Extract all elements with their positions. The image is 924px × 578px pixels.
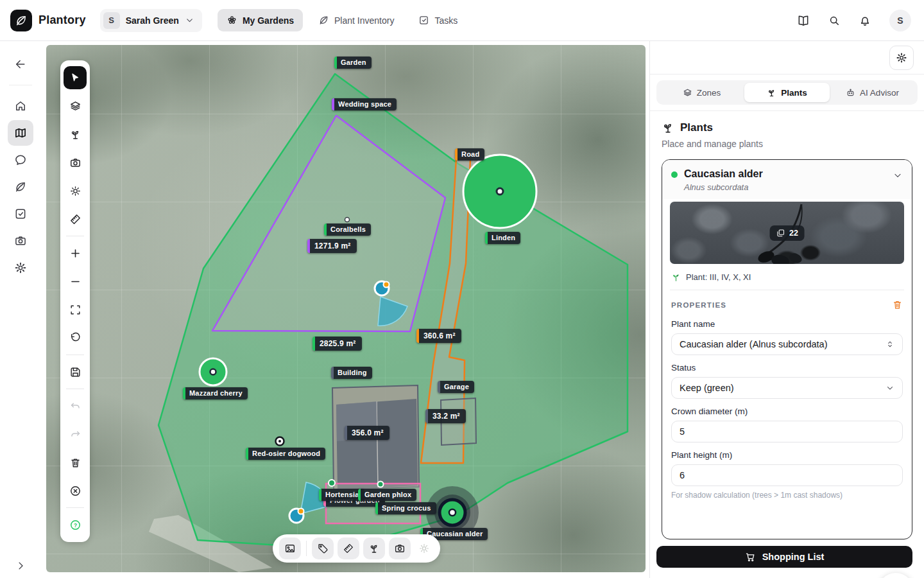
save-icon [69, 366, 81, 378]
map-label-area-garden[interactable]: 2825.9 m² [312, 337, 362, 351]
camera-direction-dot [298, 509, 304, 514]
sprout-icon [368, 543, 380, 554]
plant-photo[interactable]: 22 [670, 202, 904, 264]
back-button[interactable] [8, 51, 33, 77]
panel-tabs-wrap: Zones Plants AI Advisor [650, 74, 924, 111]
status-select[interactable]: Keep (green) [671, 377, 903, 399]
map-label-area-garage[interactable]: 33.2 m² [425, 409, 466, 423]
ruler-icon [69, 213, 81, 225]
sidebar-item-tasks[interactable] [8, 201, 33, 227]
sidebar-item-map[interactable] [8, 120, 33, 146]
map-label-area-building[interactable]: 356.0 m² [345, 426, 389, 440]
map-label-mazzard-cherry[interactable]: Mazzard cherry [183, 387, 248, 399]
save-button[interactable] [64, 360, 87, 383]
zoom-in-button[interactable] [64, 241, 87, 265]
map-label-area-wedding[interactable]: 1271.9 m² [307, 239, 357, 253]
plant-tool-button[interactable] [64, 123, 87, 146]
map-label-linden[interactable]: Linden [485, 232, 520, 244]
leaf-icon [15, 14, 28, 27]
collapse-card-button[interactable] [893, 168, 903, 180]
fullscreen-button[interactable] [64, 298, 87, 321]
plant-hortensia[interactable] [329, 480, 335, 486]
shopping-list-button[interactable]: Shopping List [656, 546, 912, 568]
sidebar-item-settings[interactable] [8, 255, 33, 281]
help-button[interactable]: ? [64, 513, 87, 536]
account-avatar[interactable]: S [889, 10, 911, 31]
plus-icon [69, 247, 81, 259]
map-label-garden[interactable]: Garden [334, 57, 372, 69]
map-label-spring-crocus[interactable]: Spring crocus [375, 502, 436, 514]
tab-label: Plants [781, 88, 807, 98]
user-switcher[interactable]: S Sarah Green [100, 9, 202, 32]
map-label-road[interactable]: Road [455, 148, 484, 161]
map-label-hortensia[interactable]: Hortensia [319, 489, 364, 501]
chevron-down-icon [886, 383, 894, 392]
photo-count-badge[interactable]: 22 [769, 225, 805, 241]
main-nav: My Gardens Plant Inventory Tasks [218, 9, 466, 31]
plant-garden-phlox[interactable] [378, 482, 384, 487]
sprout-icon [662, 121, 674, 134]
map-label-building[interactable]: Building [331, 367, 372, 379]
delete-plant-button[interactable] [892, 299, 903, 310]
nav-tasks[interactable]: Tasks [409, 9, 466, 31]
plant-name-select[interactable]: Caucasian alder (Alnus subcordata) [671, 333, 903, 355]
reset-rotation-button[interactable] [64, 326, 87, 349]
sun-tool-button[interactable] [64, 179, 87, 202]
cameras-toggle-button[interactable] [389, 538, 411, 559]
notifications-button[interactable] [859, 14, 871, 27]
plant-height-input[interactable] [671, 464, 903, 486]
expand-sidebar-button[interactable] [15, 560, 26, 572]
sidebar-item-home[interactable] [8, 93, 33, 119]
sidebar-item-photos[interactable] [8, 228, 33, 254]
plant-card-header[interactable]: Caucasian alder Alnus subcordata [662, 160, 912, 199]
select-tool-button[interactable] [64, 66, 87, 89]
sidebar-item-chat[interactable] [8, 147, 33, 173]
selected-plant-card: Caucasian alder Alnus subcordata [662, 159, 912, 539]
garden-map-canvas[interactable]: Flower garden Garden Wedding space Road … [46, 45, 646, 572]
chevron-down-icon [893, 170, 903, 180]
delete-button[interactable] [64, 451, 87, 474]
plants-section-header: Plants Place and manage plants [650, 111, 924, 158]
ruler-icon [343, 543, 354, 554]
labels-toggle-button[interactable] [312, 538, 334, 559]
photo-count: 22 [789, 229, 798, 238]
section-subtitle: Place and manage plants [662, 139, 912, 149]
tab-zones[interactable]: Zones [659, 83, 744, 102]
measurements-toggle-button[interactable] [338, 538, 359, 559]
gear-icon [14, 261, 27, 274]
zoom-out-button[interactable] [64, 270, 87, 293]
map-toolbar: ? [60, 60, 90, 542]
sprout-icon [767, 88, 776, 98]
nav-my-gardens[interactable]: My Gardens [218, 9, 303, 31]
map-label-garage[interactable]: Garage [438, 381, 474, 393]
left-sidebar [0, 41, 41, 578]
shadows-toggle-button[interactable] [415, 538, 434, 559]
redo-button[interactable] [64, 423, 87, 446]
camera-tool-button[interactable] [64, 151, 87, 174]
map-label-red-osier-dogwood[interactable]: Red-osier dogwood [246, 448, 325, 460]
guide-button[interactable] [797, 14, 810, 27]
undo-button[interactable] [64, 394, 87, 417]
layers-tool-button[interactable] [64, 94, 87, 118]
panel-settings-button[interactable] [889, 46, 914, 70]
sidebar-item-plants[interactable] [8, 174, 33, 200]
status-label: Status [671, 363, 903, 372]
cancel-selection-button[interactable] [64, 479, 87, 502]
search-button[interactable] [828, 14, 841, 27]
map-label-coralbells[interactable]: Coralbells [324, 223, 371, 236]
plant-coralbells[interactable] [345, 218, 350, 222]
map-label-wedding-space[interactable]: Wedding space [332, 98, 397, 110]
divider [66, 389, 84, 389]
tab-plants[interactable]: Plants [744, 83, 830, 102]
nav-plant-inventory[interactable]: Plant Inventory [309, 9, 403, 31]
chat-icon [14, 153, 27, 166]
tab-ai-advisor[interactable]: AI Advisor [830, 83, 915, 102]
background-image-button[interactable] [279, 538, 301, 559]
plant-height-group: Plant height (m) For shadow calculation … [670, 442, 904, 500]
camera-icon [394, 543, 406, 554]
crown-diameter-input[interactable] [671, 421, 903, 442]
measure-tool-button[interactable] [64, 207, 87, 231]
map-label-area-road[interactable]: 360.6 m² [416, 329, 461, 343]
plants-toggle-button[interactable] [363, 538, 385, 559]
map-label-garden-phlox[interactable]: Garden phlox [358, 489, 416, 501]
